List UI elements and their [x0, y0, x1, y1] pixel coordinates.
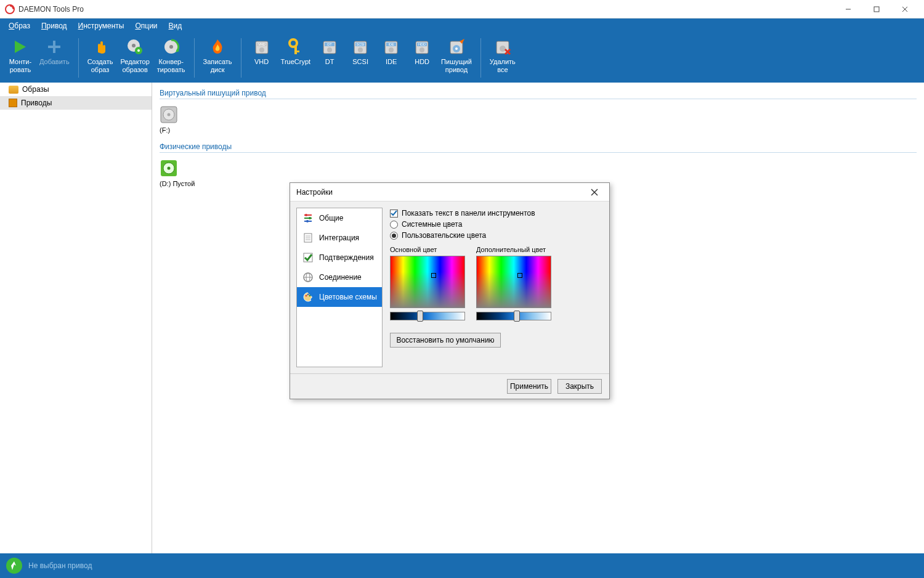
svg-point-12 [137, 49, 140, 52]
settings-nav-2[interactable]: Подтверждения [297, 248, 382, 267]
titlebar: DAEMON Tools Pro [0, 0, 924, 18]
svg-point-38 [419, 47, 424, 52]
settings-nav-0[interactable]: Общие [297, 208, 382, 228]
toolbar-label: образов [122, 66, 147, 74]
toolbar-button-0-0[interactable]: Монти-ровать [5, 36, 36, 75]
toolbar-button-3-0[interactable]: VHDVHD [246, 36, 277, 67]
apply-button[interactable]: Применить [507, 379, 551, 394]
toolbar-separator [241, 38, 241, 78]
menu-item-4[interactable]: Вид [164, 20, 187, 32]
flame-icon [208, 37, 227, 57]
hdd-label-icon: HDD [412, 37, 432, 57]
settings-nav-label: Подтверждения [319, 253, 374, 262]
maximize-button[interactable] [862, 0, 891, 18]
restore-defaults-button[interactable]: Восстановить по умолчанию [390, 333, 501, 348]
toolbar-button-1-1[interactable]: Редакторобразов [116, 36, 153, 75]
plus-icon [44, 37, 64, 57]
hdd-label-icon: SCSI [351, 37, 370, 57]
sidebar-item-1[interactable]: Приводы [0, 96, 152, 110]
svg-point-34 [389, 47, 394, 52]
system-colors-radio[interactable]: Системные цвета [390, 220, 603, 229]
toolbar-label: IDE [386, 58, 397, 66]
close-button[interactable] [891, 0, 919, 18]
svg-rect-22 [294, 51, 299, 52]
svg-point-14 [169, 45, 173, 49]
svg-rect-21 [294, 46, 297, 54]
toolbar-button-3-6[interactable]: Пишущийпривод [437, 36, 476, 75]
svg-point-10 [132, 44, 136, 47]
svg-point-52 [168, 167, 171, 170]
svg-point-19 [259, 47, 264, 52]
settings-nav-4[interactable]: Цветовые схемы [297, 287, 382, 307]
color-marker [431, 273, 436, 278]
show-text-checkbox[interactable]: Показать текст в панели инструментов [390, 209, 603, 218]
toolbar-label: TrueCrypt [281, 58, 311, 66]
toolbar-label: Редактор [120, 58, 149, 66]
settings-nav-label: Цветовые схемы [319, 293, 377, 301]
menu-item-3[interactable]: Опции [130, 20, 162, 32]
primary-color-column: Основной цвет [390, 246, 465, 320]
radio-icon [390, 221, 398, 229]
app-icon [5, 4, 15, 14]
folder-icon [9, 86, 18, 94]
sidebar-label: Приводы [21, 99, 52, 107]
group-title-0: Виртуальный пишущий привод [160, 89, 917, 97]
sidebar-item-0[interactable]: Образы [0, 83, 152, 96]
sidebar: ОбразыПриводы [0, 83, 152, 553]
secondary-hue-slider[interactable] [476, 312, 551, 320]
disc-write-icon [447, 37, 466, 57]
toolbar-separator [480, 38, 481, 78]
minimize-button[interactable] [834, 0, 862, 18]
drive-label: (F:) [160, 126, 170, 134]
disc-gear-icon [125, 37, 145, 57]
drive-icon [160, 105, 178, 124]
settings-nav-label: Соединение [319, 273, 362, 282]
toolbar-button-1-2[interactable]: Конвер-тировать [153, 36, 189, 75]
toolbar-label: диск [211, 66, 225, 74]
sliders-icon [302, 212, 314, 224]
sidebar-label: Образы [22, 85, 49, 94]
toolbar-button-3-4[interactable]: IDEIDE [376, 36, 407, 67]
secondary-color-picker[interactable] [476, 256, 551, 308]
toolbar-label: Добавить [39, 58, 70, 66]
hdd-label-icon: VHD [252, 37, 272, 57]
toolbar-label: HDD [415, 58, 429, 66]
user-colors-radio[interactable]: Пользовательские цвета [390, 231, 603, 240]
menu-item-2[interactable]: Инструменты [73, 20, 129, 32]
toolbar-button-3-3[interactable]: SCSISCSI [345, 36, 376, 67]
toolbar-button-1-0[interactable]: Создатьобраз [84, 36, 117, 75]
check-icon [302, 251, 314, 264]
svg-text:IDE: IDE [389, 43, 395, 46]
toolbar-button-2-0[interactable]: Записатьдиск [200, 36, 236, 75]
disc-reload-icon [161, 37, 181, 57]
dialog-title: Настройки [296, 188, 586, 197]
show-text-label: Показать текст в панели инструментов [402, 209, 535, 218]
radio-icon [390, 232, 398, 240]
toolbar-label: DT [325, 58, 334, 66]
toolbar-label: образ [91, 66, 110, 74]
primary-color-picker[interactable] [390, 256, 465, 308]
dialog-close-button[interactable] [586, 184, 603, 201]
menu-item-0[interactable]: Образ [4, 20, 35, 32]
primary-hue-slider[interactable] [390, 312, 465, 320]
toolbar-label: Записать [203, 58, 232, 66]
settings-nav-1[interactable]: Интеграция [297, 228, 382, 248]
drive-item[interactable]: (F:) [160, 105, 178, 134]
settings-nav-label: Интеграция [319, 234, 359, 242]
toolbar-label: Монти- [9, 58, 31, 66]
toolbar-button-3-2[interactable]: DTDT [314, 36, 345, 67]
toolbar-button-3-1[interactable]: TrueCrypt [277, 36, 315, 67]
menu-item-1[interactable]: Привод [36, 20, 72, 32]
svg-point-49 [168, 113, 171, 116]
toolbar-button-4-0[interactable]: Удалитьвсе [486, 36, 519, 75]
drive-item[interactable]: (D:) Пустой [160, 159, 195, 187]
toolbar-button-3-5[interactable]: HDDHDD [407, 36, 437, 67]
settings-nav-3[interactable]: Соединение [297, 267, 382, 287]
hand-icon [91, 37, 110, 57]
toolbar-label: Удалить [490, 58, 516, 66]
close-dialog-button[interactable]: Закрыть [557, 379, 602, 394]
group-divider [160, 99, 917, 99]
statusbar: Не выбран привод [0, 553, 924, 578]
toolbar-label: тировать [157, 66, 185, 74]
system-colors-label: Системные цвета [402, 220, 462, 229]
